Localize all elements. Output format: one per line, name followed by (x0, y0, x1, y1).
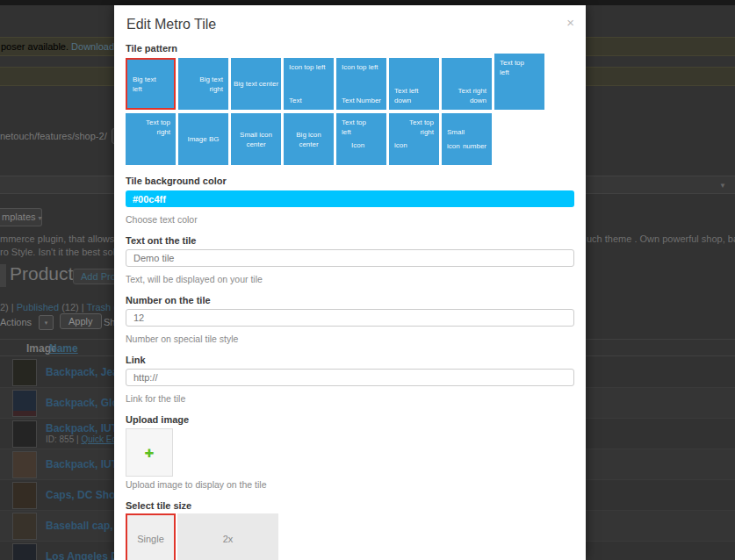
tile-option-big-icon-center[interactable]: Big icon center (284, 113, 334, 165)
tile-background-color-label: Tile background color (126, 176, 574, 186)
tile-option-big-text-center[interactable]: Big text center (231, 58, 281, 110)
link-helper: Link for the tile (126, 393, 574, 404)
bulk-actions-select[interactable]: ▾ (39, 315, 54, 330)
tile-option-small-icon-center[interactable]: Small icon center (231, 113, 281, 165)
text-on-tile-input[interactable] (126, 249, 574, 267)
caret-down-icon[interactable]: ▼ (719, 176, 726, 195)
tile-option-label: Text right down (458, 86, 486, 105)
close-icon[interactable]: × (566, 15, 574, 30)
text-on-tile-label: Text ont the tile (126, 235, 574, 246)
products-icon (0, 264, 6, 287)
tile-pattern-label: Tile pattern (126, 43, 574, 54)
notice-text: poser available. (1, 41, 71, 52)
number-on-tile-input[interactable] (126, 309, 574, 327)
tile-option-label: Icon (351, 140, 364, 150)
tile-option-label: Text (289, 96, 302, 105)
filter-trash-link[interactable]: Trash (86, 302, 111, 312)
bulk-actions-label: Actions (0, 317, 32, 327)
tile-option-text-top-right-icon[interactable]: Text top righticon (389, 113, 439, 165)
modal-header: Edit Metro Tile × (114, 5, 586, 32)
tile-option-label: number (463, 141, 486, 151)
product-thumbnail (12, 513, 37, 540)
tile-option-label: Number (357, 96, 381, 105)
caret-down-icon: ▾ (39, 214, 42, 222)
tile-option-label: Big text left (133, 74, 156, 93)
modal-body: Tile pattern Big text left Big text righ… (114, 43, 586, 560)
modal-title: Edit Metro Tile (126, 17, 573, 32)
product-thumbnail (12, 359, 37, 386)
tile-pattern-row-1: Big text left Big text right Big text ce… (126, 58, 574, 110)
tile-option-text-left-down[interactable]: Text left down (389, 58, 439, 110)
tile-option-label: Text top right (146, 118, 170, 137)
tile-option-label: Small icon center (231, 129, 281, 148)
tile-option-label: Small (447, 127, 465, 137)
edit-metro-tile-modal: Edit Metro Tile × Tile pattern Big text … (114, 5, 586, 560)
apply-button[interactable]: Apply (60, 313, 102, 329)
tile-option-text-top-left-icon[interactable]: Text top leftIcon (336, 113, 386, 165)
tile-option-icon-top-left-text[interactable]: Icon top leftText (284, 58, 334, 110)
templates-dropdown-button[interactable]: mplates▾ (0, 208, 42, 226)
tile-size-options: Single 2x (126, 513, 574, 560)
number-on-tile-label: Number on the tile (126, 295, 574, 305)
choose-text-color-helper: Choose text color (126, 214, 574, 225)
tile-option-label: Icon top left (289, 62, 325, 72)
filter-count: 2) | (0, 302, 17, 312)
tile-option-label: Image BG (178, 134, 228, 144)
product-thumbnail (12, 390, 37, 417)
tile-option-label: Text (342, 96, 355, 105)
product-thumbnail (12, 543, 37, 560)
caret-down-icon: ▾ (45, 319, 48, 326)
tile-option-label: Text top left (500, 58, 524, 77)
column-header-name[interactable]: Name (49, 342, 78, 355)
product-thumbnail (12, 482, 37, 509)
permalink-text: netouch/features/shop-2/ (0, 131, 107, 141)
link-input[interactable] (126, 369, 574, 386)
tile-pattern-row-2: Text top right Image BG Small icon cente… (126, 113, 574, 165)
upload-image-label: Upload image (126, 414, 574, 425)
text-on-tile-helper: Text, will be displayed on your tile (126, 274, 574, 284)
page-title: Products (10, 263, 83, 284)
tile-option-label: icon (394, 140, 407, 150)
upload-image-helper: Upload image to display on the tile (126, 479, 574, 490)
tile-option-label: Text left down (394, 86, 419, 105)
product-thumbnail (12, 420, 37, 448)
tile-option-label: Big text right (199, 74, 223, 93)
tile-option-big-text-left[interactable]: Big text left (126, 58, 176, 110)
tile-background-color-input[interactable] (126, 190, 574, 207)
number-on-tile-helper: Number on special tile style (126, 334, 574, 344)
tile-option-label: Text top right (409, 118, 434, 137)
filter-published-link[interactable]: Published (17, 302, 59, 312)
tile-option-label: Big icon center (284, 129, 334, 148)
theme-description-line-right: uch theme . Own powerful shop, based (587, 233, 735, 244)
tile-option-image-bg[interactable]: Image BG (178, 113, 228, 165)
tile-option-icon-top-left-text-number[interactable]: Icon top leftTextNumber (336, 58, 386, 110)
size-option-2x[interactable]: 2x (177, 513, 278, 560)
product-id: ID: 855 | (46, 434, 81, 444)
select-tile-size-label: Select tile size (126, 500, 574, 511)
upload-image-dropzone[interactable]: ✚ (126, 428, 173, 477)
tile-option-text-top-left[interactable]: Text top left (494, 54, 544, 110)
templates-label: mplates (2, 212, 36, 222)
filter-count: (12) | (59, 302, 86, 312)
tile-option-label: Text top left (342, 118, 366, 137)
tile-option-big-text-right[interactable]: Big text right (178, 58, 228, 110)
size-option-single[interactable]: Single (126, 513, 176, 560)
tile-option-label: Big text center (231, 79, 281, 89)
tile-option-text-top-right[interactable]: Text top right (126, 113, 176, 165)
tile-option-label: icon (447, 141, 460, 151)
link-label: Link (126, 355, 574, 365)
tile-option-label: Icon top left (342, 62, 378, 72)
screen: poser available. Download version netouc… (0, 0, 735, 560)
plus-icon: ✚ (145, 446, 155, 459)
tile-option-small-icon-number[interactable]: Smalliconnumber (442, 113, 492, 165)
tile-option-text-right-down[interactable]: Text right down (442, 58, 492, 110)
product-thumbnail (12, 451, 37, 478)
